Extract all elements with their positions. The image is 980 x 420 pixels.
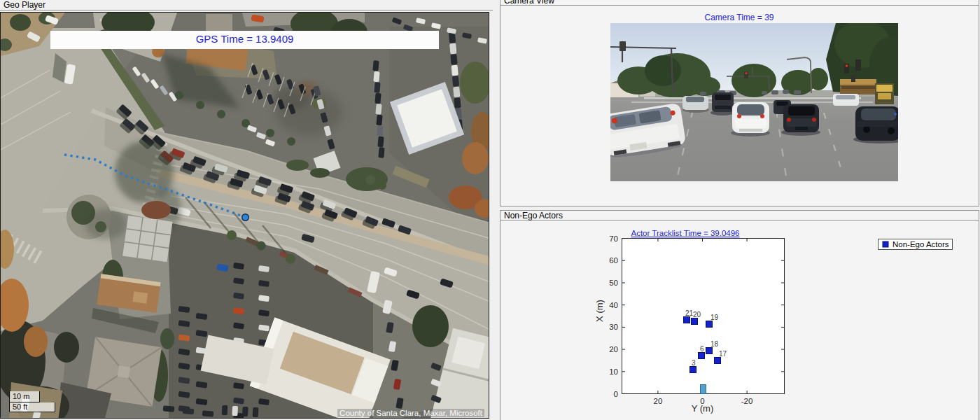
svg-text:30: 30 [609, 323, 618, 331]
svg-text:40: 40 [609, 301, 618, 309]
svg-text:18: 18 [710, 340, 719, 348]
svg-text:6: 6 [700, 345, 704, 353]
svg-text:-20: -20 [741, 397, 753, 405]
svg-text:3: 3 [692, 359, 696, 367]
svg-text:0: 0 [614, 390, 618, 398]
svg-text:X (m): X (m) [594, 300, 605, 322]
svg-text:50: 50 [609, 279, 618, 287]
svg-text:20: 20 [654, 397, 663, 405]
svg-text:19: 19 [710, 314, 719, 321]
svg-text:10: 10 [609, 368, 618, 376]
svg-text:20: 20 [609, 345, 618, 354]
svg-text:60: 60 [609, 256, 618, 265]
svg-text:20: 20 [693, 311, 701, 318]
svg-text:Non-Ego Actors: Non-Ego Actors [892, 240, 949, 248]
svg-text:Actor Tracklist Time = 39.0496: Actor Tracklist Time = 39.0496 [631, 229, 740, 237]
svg-text:21: 21 [685, 309, 694, 317]
svg-text:Y (m): Y (m) [692, 403, 714, 414]
svg-text:70: 70 [609, 234, 618, 243]
svg-text:17: 17 [719, 350, 727, 358]
